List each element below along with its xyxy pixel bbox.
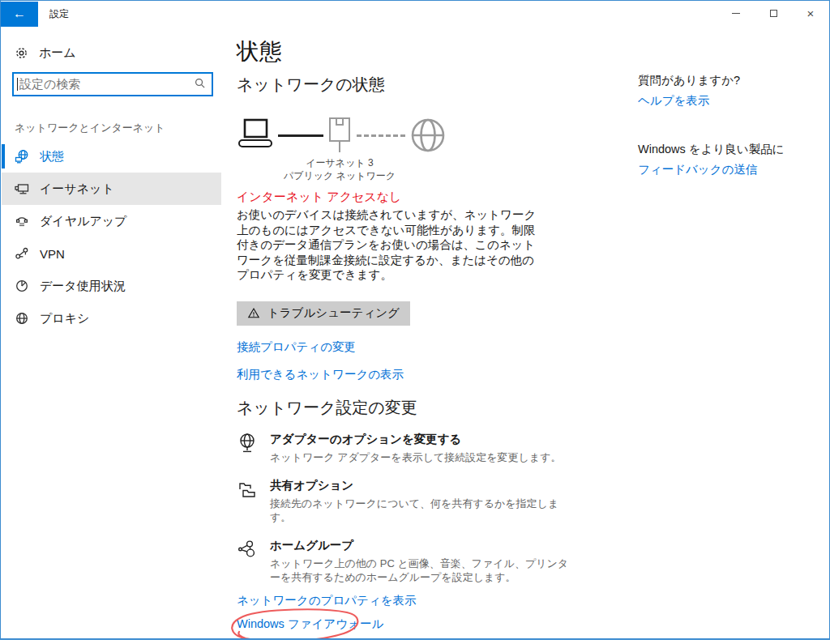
maximize-button[interactable] (755, 1, 792, 26)
close-icon: × (807, 7, 815, 19)
setting-item-sharing-options[interactable]: 共有オプション 接続先のネットワークについて、何を共有するかを指定します。 (237, 478, 585, 524)
back-arrow-icon: ← (13, 6, 26, 21)
search-input[interactable]: 設定の検索 (12, 72, 213, 96)
dialup-phone-icon (15, 214, 29, 228)
vpn-icon (15, 246, 29, 261)
sidebar-item-data-usage[interactable]: データ使用状況 (2, 270, 221, 302)
warning-icon (247, 307, 260, 319)
setting-item-homegroup[interactable]: ホームグループ ネットワーク上の他の PC と画像、音楽、ファイル、プリンターを… (237, 538, 585, 584)
minimize-icon (732, 13, 740, 14)
setting-title: 共有オプション (270, 478, 573, 493)
sidebar-item-dialup[interactable]: ダイヤルアップ (2, 205, 221, 237)
close-button[interactable]: × (792, 1, 829, 26)
maximize-icon (770, 10, 777, 17)
network-type: パブリック ネットワーク (275, 169, 404, 182)
sidebar-item-proxy[interactable]: プロキシ (2, 302, 221, 335)
setting-title: ホームグループ (270, 538, 573, 553)
feedback-heading: Windows をより良い製品に (638, 141, 812, 157)
sidebar-group-label: ネットワークとインターネット (2, 121, 221, 135)
page-title: 状態 (237, 37, 585, 66)
network-status-icon (15, 149, 29, 164)
text-caret (17, 78, 18, 91)
network-status-heading: ネットワークの状態 (237, 74, 585, 95)
status-error-text: インターネット アクセスなし (237, 189, 585, 205)
link-show-available-networks[interactable]: 利用できるネットワークの表示 (237, 366, 404, 382)
laptop-icon (237, 117, 274, 153)
sidebar-item-vpn[interactable]: VPN (2, 237, 221, 270)
gear-icon (15, 46, 28, 60)
sidebar-item-home[interactable]: ホーム (2, 41, 221, 64)
search-placeholder: 設定の検索 (19, 77, 194, 92)
search-icon (194, 77, 206, 92)
network-diagram: イーサネット 3 パブリック ネットワーク (237, 116, 452, 181)
setting-description: ネットワーク アダプターを表示して接続設定を変更します。 (270, 450, 562, 464)
back-button[interactable]: ← (1, 2, 38, 27)
adapter-options-icon (237, 433, 258, 464)
window-controls: × (717, 1, 829, 27)
sidebar-item-label: ダイヤルアップ (40, 214, 126, 229)
sidebar-item-label: イーサネット (40, 181, 114, 197)
change-network-settings-heading: ネットワーク設定の変更 (237, 397, 585, 418)
setting-description: 接続先のネットワークについて、何を共有するかを指定します。 (270, 497, 573, 524)
link-change-connection-properties[interactable]: 接続プロパティの変更 (237, 339, 356, 355)
internet-globe-icon (410, 117, 446, 153)
ethernet-port-icon (327, 117, 352, 154)
sidebar-nav: 状態 イーサネット (2, 140, 221, 335)
homegroup-share-icon (237, 539, 258, 584)
connection-name: イーサネット 3 (275, 156, 404, 169)
setting-description: ネットワーク上の他の PC と画像、音楽、ファイル、プリンターを共有するためのホ… (270, 557, 573, 584)
status-description: お使いのデバイスは接続されていますが、ネットワーク上のものにはアクセスできない可… (237, 207, 543, 283)
sidebar-item-label: データ使用状況 (40, 279, 126, 294)
link-send-feedback[interactable]: フィードバックの送信 (638, 161, 757, 177)
setting-item-adapter-options[interactable]: アダプターのオプションを変更する ネットワーク アダプターを表示して接続設定を変… (237, 432, 585, 464)
sidebar-item-label: 状態 (40, 149, 64, 164)
titlebar: ← 設定 × (1, 1, 829, 27)
proxy-globe-icon (15, 311, 29, 326)
settings-window: ← 設定 × ホーム 設定の検索 ネットワークとイ (0, 0, 830, 640)
main-content: 状態 ネットワークの状態 (237, 27, 585, 640)
question-heading: 質問がありますか? (638, 72, 812, 88)
connection-line-solid (278, 134, 323, 137)
sharing-options-icon (237, 479, 258, 524)
sidebar-item-label: VPN (40, 247, 65, 261)
troubleshoot-button[interactable]: トラブルシューティング (237, 301, 410, 326)
minimize-button[interactable] (717, 1, 755, 26)
connection-line-dashed (357, 134, 405, 137)
sidebar-home-label: ホーム (39, 45, 76, 61)
troubleshoot-label: トラブルシューティング (267, 305, 400, 321)
window-title: 設定 (49, 7, 69, 21)
ethernet-icon (15, 181, 29, 196)
sidebar: ホーム 設定の検索 ネットワークとインターネット (2, 27, 221, 637)
help-panel: 質問がありますか? ヘルプを表示 Windows をより良い製品に フィードバッ… (638, 27, 812, 177)
firewall-link-annotated: Windows ファイアウォール (237, 616, 383, 632)
link-view-network-properties[interactable]: ネットワークのプロパティを表示 (237, 592, 417, 608)
sidebar-item-label: プロキシ (40, 311, 89, 326)
setting-title: アダプターのオプションを変更する (270, 432, 562, 447)
sidebar-item-ethernet[interactable]: イーサネット (2, 173, 221, 205)
sidebar-item-status[interactable]: 状態 (2, 140, 221, 173)
link-windows-firewall[interactable]: Windows ファイアウォール (237, 616, 383, 632)
link-get-help[interactable]: ヘルプを表示 (638, 92, 709, 109)
data-usage-pie-icon (15, 279, 29, 293)
connection-labels: イーサネット 3 パブリック ネットワーク (275, 156, 404, 182)
